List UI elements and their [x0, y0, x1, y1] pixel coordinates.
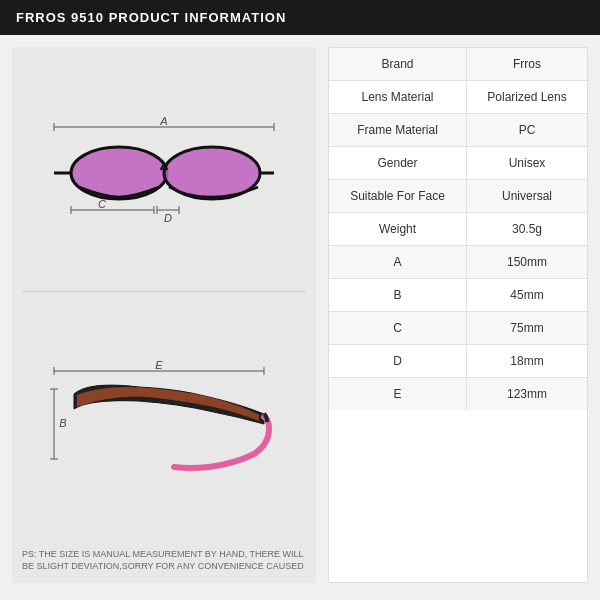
spec-value: Universal — [467, 180, 587, 213]
spec-value: 45mm — [467, 279, 587, 312]
specs-table: Brand Frros Lens Material Polarized Lens… — [329, 48, 587, 410]
spec-row: Lens Material Polarized Lens — [329, 81, 587, 114]
spec-label: D — [329, 345, 467, 378]
svg-text:D: D — [164, 212, 172, 224]
spec-label: Gender — [329, 147, 467, 180]
spec-value: 18mm — [467, 345, 587, 378]
spec-label: C — [329, 312, 467, 345]
spec-row: B 45mm — [329, 279, 587, 312]
svg-text:C: C — [98, 198, 106, 210]
spec-label: A — [329, 246, 467, 279]
spec-label: Frame Material — [329, 114, 467, 147]
spec-value: PC — [467, 114, 587, 147]
ps-note: PS: THE SIZE IS MANUAL MEASUREMENT BY HA… — [22, 548, 306, 573]
header: FRROS 9510 PRODUCT INFORMATION — [0, 0, 600, 35]
spec-row: A 150mm — [329, 246, 587, 279]
spec-row: D 18mm — [329, 345, 587, 378]
diagram-top: A — [22, 57, 306, 292]
left-panel: A — [12, 47, 316, 583]
spec-label: E — [329, 378, 467, 411]
spec-value: Frros — [467, 48, 587, 81]
spec-row: Gender Unisex — [329, 147, 587, 180]
spec-row: Weight 30.5g — [329, 213, 587, 246]
spec-value: 30.5g — [467, 213, 587, 246]
specs-panel: Brand Frros Lens Material Polarized Lens… — [328, 47, 588, 583]
spec-value: 150mm — [467, 246, 587, 279]
spec-row: Suitable For Face Universal — [329, 180, 587, 213]
spec-value: 75mm — [467, 312, 587, 345]
spec-row: C 75mm — [329, 312, 587, 345]
spec-label: B — [329, 279, 467, 312]
spec-label: Brand — [329, 48, 467, 81]
spec-row: Frame Material PC — [329, 114, 587, 147]
spec-label: Suitable For Face — [329, 180, 467, 213]
glasses-side-diagram: E B — [49, 359, 279, 479]
svg-text:A: A — [159, 115, 167, 127]
header-title: FRROS 9510 PRODUCT INFORMATION — [16, 10, 286, 25]
diagram-bottom: E B — [22, 300, 306, 534]
svg-text:E: E — [155, 359, 163, 371]
spec-row: E 123mm — [329, 378, 587, 411]
spec-value: 123mm — [467, 378, 587, 411]
spec-value: Unisex — [467, 147, 587, 180]
spec-label: Lens Material — [329, 81, 467, 114]
glasses-front-diagram: A — [44, 115, 284, 225]
spec-label: Weight — [329, 213, 467, 246]
svg-text:B: B — [59, 417, 66, 429]
spec-row: Brand Frros — [329, 48, 587, 81]
spec-value: Polarized Lens — [467, 81, 587, 114]
